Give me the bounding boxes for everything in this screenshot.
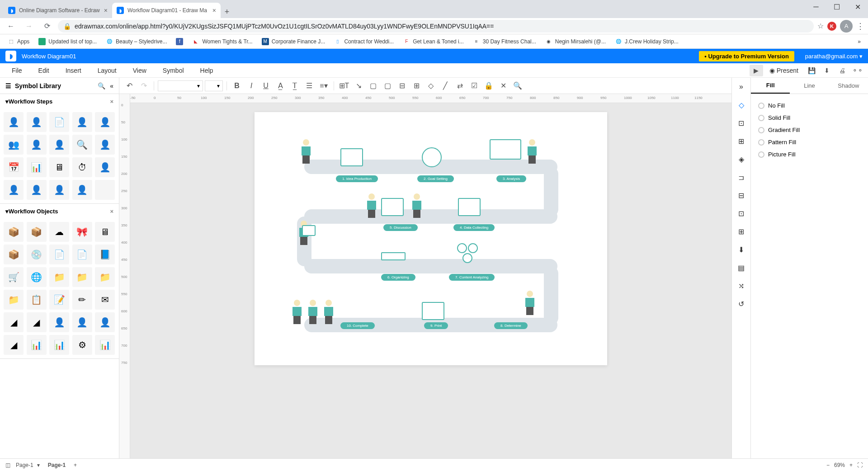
step-label[interactable]: 2. Goal Setting [417,175,454,182]
symbol-item[interactable]: 👤 [27,112,47,132]
symbol-item[interactable]: ◢ [4,335,24,355]
symbol-item[interactable] [95,180,115,200]
page-selector[interactable]: Page-1 [16,462,33,468]
align-button[interactable]: ☰ [303,80,316,92]
bookmark-item[interactable]: f [172,36,187,47]
profile-avatar[interactable]: A [840,20,853,33]
symbol-item[interactable]: ✉ [95,290,115,310]
symbol-item[interactable]: 📘 [95,245,115,264]
symbol-item[interactable]: 📁 [72,267,92,287]
step-label[interactable]: 8. Determine [494,322,528,329]
collapse-icon[interactable]: « [110,82,113,89]
line-button[interactable]: ╱ [439,80,452,92]
step-label[interactable]: 6. Organizing [381,274,415,281]
person-figure[interactable] [307,300,319,322]
tab-0[interactable]: ◗ Online Diagram Software - Edraw × [4,3,112,18]
symbol-item[interactable]: 🔍 [72,135,92,155]
user-menu[interactable]: paratha@gmail.com ▾ [805,53,863,60]
radio-solid-fill[interactable]: Solid Fill [758,112,861,124]
close-icon[interactable]: × [212,7,216,14]
url-input[interactable]: 🔒 edrawmax.com/online/app.html?y0/KUjV2K… [58,20,814,33]
bookmark-item[interactable]: ≡30 Day Fitness Chal... [469,36,540,47]
badge-icon[interactable] [302,225,316,236]
monitor-icon[interactable] [458,198,481,216]
symbol-item[interactable]: ✏ [72,290,92,310]
bookmark-item[interactable]: ◉Negin Mirsalehi (@... [542,36,609,47]
symbol-item[interactable]: 📁 [95,267,115,287]
group-button[interactable]: ⊞ [410,80,423,92]
app-logo-icon[interactable]: ◗ [5,51,16,61]
star-icon[interactable]: ☆ [817,22,824,30]
menu-edit[interactable]: Edit [30,64,57,77]
print-icon[interactable]: 🖨 [835,65,849,76]
tab-fill[interactable]: Fill [751,78,790,94]
shape-button[interactable]: ▢ [381,80,394,92]
chevron-down-icon[interactable]: ▾ [37,462,40,468]
person-figure[interactable] [410,193,423,216]
share-icon[interactable]: ⚬⚬ [851,65,864,76]
menu-file[interactable]: File [4,64,30,77]
grid-tool-icon[interactable]: ⊞ [735,135,748,147]
symbol-item[interactable]: 🛒 [4,267,24,287]
symbol-item[interactable]: 📦 [27,222,47,242]
present-button[interactable]: ◉Present [765,66,803,75]
symbol-item[interactable]: 👤 [95,135,115,155]
font-select[interactable]: ▾ [158,80,203,91]
radio-pattern-fill[interactable]: Pattern Fill [758,136,861,148]
tab-1[interactable]: ◗ Workflow Diagram01 - Edraw Ma × [112,3,221,18]
connector-button[interactable]: ↘ [352,80,365,92]
symbol-item[interactable]: ◢ [4,312,24,332]
symbol-item[interactable]: 📅 [4,157,24,177]
reload-button[interactable]: ⟳ [40,19,54,33]
minimize-button[interactable]: ─ [806,0,826,14]
search-icon[interactable]: 🔍 [98,82,105,89]
history-icon[interactable]: ↺ [735,297,748,310]
download-icon[interactable]: ⬇ [820,65,834,76]
symbol-item[interactable]: ◢ [27,312,47,332]
step-label[interactable]: 3. Analysis [496,175,526,182]
target-icon[interactable] [422,147,442,167]
search-button[interactable]: 🔍 [511,80,524,92]
symbol-item[interactable]: 👤 [72,112,92,132]
symbol-item[interactable]: 📊 [27,335,47,355]
symbol-item[interactable]: 📊 [49,335,69,355]
zoom-in-button[interactable]: + [849,462,853,468]
person-figure[interactable] [322,300,335,322]
person-figure[interactable] [524,291,536,313]
edit-button[interactable]: ☑ [468,80,481,92]
symbol-item[interactable]: 💿 [27,245,47,264]
forward-button[interactable]: → [22,19,36,33]
symbol-item[interactable]: ⚙ [72,335,92,355]
menu-layout[interactable]: Layout [90,64,125,77]
picture-icon[interactable]: ⊡ [735,207,748,220]
menu-symbol[interactable]: Symbol [155,64,192,77]
lock-button[interactable]: 🔒 [482,80,495,92]
gear-icon[interactable] [468,243,478,253]
symbol-item[interactable]: 📁 [49,267,69,287]
slideshow-icon[interactable]: ▶ [750,65,763,76]
person-figure[interactable] [291,300,303,322]
expand-icon[interactable]: » [735,80,748,93]
chrome-menu-button[interactable]: ⋮ [856,21,864,31]
symbol-item[interactable]: 👤 [49,180,69,200]
symbol-item[interactable]: 👤 [27,180,47,200]
layers-icon[interactable]: ◈ [735,153,748,165]
image-tool-icon[interactable]: ⊡ [735,117,748,129]
symbol-item[interactable]: 📊 [27,157,47,177]
page-tab[interactable]: Page-1 [43,461,70,469]
bookmark-item[interactable]: ◣Women Tights & Tr... [189,36,256,47]
person-figure[interactable] [526,139,538,162]
screen-icon[interactable] [381,198,404,216]
fill-button[interactable]: ◇ [425,80,437,92]
bookmark-item[interactable]: FGet Lean & Toned i... [399,36,467,47]
upgrade-button[interactable]: • Upgrade to Premium Version [699,51,794,61]
symbol-item[interactable]: 👤 [72,312,92,332]
page-canvas[interactable]: 1. Idea Production 2. Goal Setting 3. An… [255,112,607,365]
step-label[interactable]: 7. Content Analyzing [449,274,495,281]
printer-icon[interactable] [422,302,444,320]
symbol-item[interactable]: 🌐 [27,267,47,287]
text-tool-button[interactable]: ⊞T [338,80,350,92]
symbol-item[interactable]: 👤 [4,112,24,132]
zoom-level[interactable]: 69% [834,462,845,468]
bookmark-item[interactable]: 🌐J.Crew Holiday Strip... [611,36,682,47]
